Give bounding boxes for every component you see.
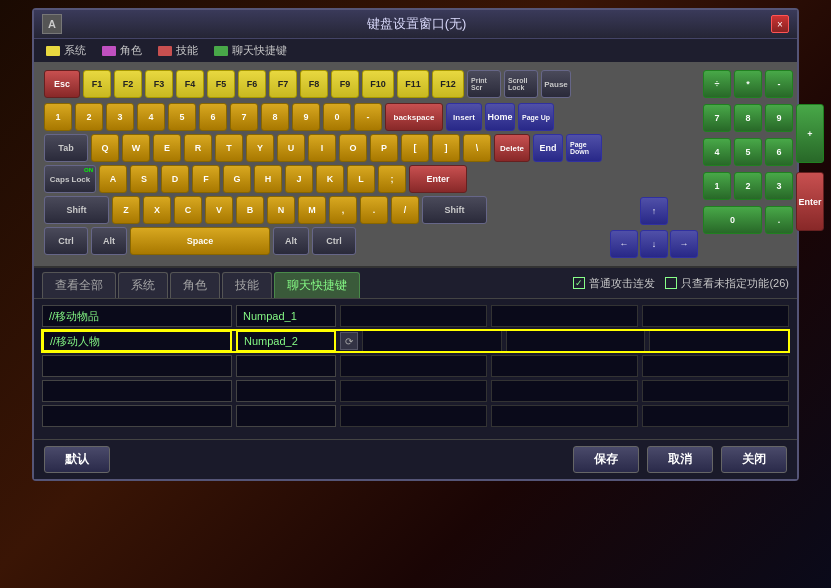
- key-ctrl-right[interactable]: Ctrl: [312, 227, 356, 255]
- key-ctrl-left[interactable]: Ctrl: [44, 227, 88, 255]
- key-arrow-down[interactable]: ↓: [640, 230, 668, 258]
- attack-chain-checkbox[interactable]: [573, 277, 585, 289]
- key-1[interactable]: 1: [44, 103, 72, 131]
- key-page-down[interactable]: Page Down: [566, 134, 602, 162]
- key-d[interactable]: D: [161, 165, 189, 193]
- key-num-7[interactable]: 7: [703, 104, 731, 132]
- tab-skill[interactable]: 技能: [222, 272, 272, 298]
- key-insert[interactable]: Insert: [446, 103, 482, 131]
- key-l[interactable]: L: [347, 165, 375, 193]
- key-v[interactable]: V: [205, 196, 233, 224]
- key-num-6[interactable]: 6: [765, 138, 793, 166]
- key-f11[interactable]: F11: [397, 70, 429, 98]
- key-print-screen[interactable]: Print Scr: [467, 70, 501, 98]
- key-arrow-up[interactable]: ↑: [640, 197, 668, 225]
- key-num-9[interactable]: 9: [765, 104, 793, 132]
- key-num-2[interactable]: 2: [734, 172, 762, 200]
- key-f1[interactable]: F1: [83, 70, 111, 98]
- key-pause[interactable]: Pause: [541, 70, 571, 98]
- key-u[interactable]: U: [277, 134, 305, 162]
- binding-name-3[interactable]: [42, 380, 232, 402]
- key-num-1[interactable]: 1: [703, 172, 731, 200]
- key-f7[interactable]: F7: [269, 70, 297, 98]
- key-enter[interactable]: Enter: [409, 165, 467, 193]
- key-shift-right[interactable]: Shift: [422, 196, 487, 224]
- key-h[interactable]: H: [254, 165, 282, 193]
- key-alt-left[interactable]: Alt: [91, 227, 127, 255]
- key-esc[interactable]: Esc: [44, 70, 80, 98]
- binding-name-4[interactable]: [42, 405, 232, 427]
- key-n[interactable]: N: [267, 196, 295, 224]
- key-f9[interactable]: F9: [331, 70, 359, 98]
- key-r[interactable]: R: [184, 134, 212, 162]
- binding-key-4[interactable]: [236, 405, 336, 427]
- key-f10[interactable]: F10: [362, 70, 394, 98]
- key-q[interactable]: Q: [91, 134, 119, 162]
- key-scroll-lock[interactable]: Scroll Lock: [504, 70, 538, 98]
- key-num-0[interactable]: 0: [703, 206, 762, 234]
- key-comma[interactable]: ,: [329, 196, 357, 224]
- key-tab[interactable]: Tab: [44, 134, 88, 162]
- key-z[interactable]: Z: [112, 196, 140, 224]
- key-num-plus[interactable]: +: [796, 104, 824, 163]
- key-num-mul[interactable]: *: [734, 70, 762, 98]
- tab-system[interactable]: 系统: [118, 272, 168, 298]
- key-f[interactable]: F: [192, 165, 220, 193]
- binding-key-1[interactable]: Numpad_2: [236, 330, 336, 352]
- key-i[interactable]: I: [308, 134, 336, 162]
- save-button[interactable]: 保存: [573, 446, 639, 473]
- key-s[interactable]: S: [130, 165, 158, 193]
- key-j[interactable]: J: [285, 165, 313, 193]
- key-e[interactable]: E: [153, 134, 181, 162]
- key-w[interactable]: W: [122, 134, 150, 162]
- key-num-8[interactable]: 8: [734, 104, 762, 132]
- key-f12[interactable]: F12: [432, 70, 464, 98]
- binding-key-3[interactable]: [236, 380, 336, 402]
- key-9[interactable]: 9: [292, 103, 320, 131]
- key-2[interactable]: 2: [75, 103, 103, 131]
- key-slash[interactable]: /: [391, 196, 419, 224]
- key-backslash[interactable]: \: [463, 134, 491, 162]
- key-c[interactable]: C: [174, 196, 202, 224]
- key-num-3[interactable]: 3: [765, 172, 793, 200]
- key-m[interactable]: M: [298, 196, 326, 224]
- key-f6[interactable]: F6: [238, 70, 266, 98]
- key-semicolon[interactable]: ;: [378, 165, 406, 193]
- key-b[interactable]: B: [236, 196, 264, 224]
- key-page-up[interactable]: Page Up: [518, 103, 554, 131]
- key-num-enter[interactable]: Enter: [796, 172, 824, 231]
- key-arrow-left[interactable]: ←: [610, 230, 638, 258]
- binding-name-1[interactable]: //移动人物: [42, 330, 232, 352]
- key-f4[interactable]: F4: [176, 70, 204, 98]
- key-6[interactable]: 6: [199, 103, 227, 131]
- key-num-5[interactable]: 5: [734, 138, 762, 166]
- key-backspace[interactable]: backspace: [385, 103, 443, 131]
- attack-chain-option[interactable]: 普通攻击连发: [573, 276, 655, 291]
- key-shift-left[interactable]: Shift: [44, 196, 109, 224]
- key-5[interactable]: 5: [168, 103, 196, 131]
- key-o[interactable]: O: [339, 134, 367, 162]
- key-num-div[interactable]: ÷: [703, 70, 731, 98]
- key-delete[interactable]: Delete: [494, 134, 530, 162]
- key-3[interactable]: 3: [106, 103, 134, 131]
- cancel-button[interactable]: 取消: [647, 446, 713, 473]
- key-caps-lock[interactable]: Caps Lock ON: [44, 165, 96, 193]
- key-home[interactable]: Home: [485, 103, 515, 131]
- key-num-minus[interactable]: -: [765, 70, 793, 98]
- close-button[interactable]: 关闭: [721, 446, 787, 473]
- key-f5[interactable]: F5: [207, 70, 235, 98]
- unassigned-option[interactable]: 只查看未指定功能(26): [665, 276, 789, 291]
- key-y[interactable]: Y: [246, 134, 274, 162]
- key-0[interactable]: 0: [323, 103, 351, 131]
- key-k[interactable]: K: [316, 165, 344, 193]
- key-end[interactable]: End: [533, 134, 563, 162]
- key-lbracket[interactable]: [: [401, 134, 429, 162]
- binding-extra-icon-1[interactable]: ⟳: [340, 332, 358, 350]
- key-t[interactable]: T: [215, 134, 243, 162]
- key-x[interactable]: X: [143, 196, 171, 224]
- key-space[interactable]: Space: [130, 227, 270, 255]
- close-icon[interactable]: ×: [771, 15, 789, 33]
- key-g[interactable]: G: [223, 165, 251, 193]
- key-p[interactable]: P: [370, 134, 398, 162]
- key-minus[interactable]: -: [354, 103, 382, 131]
